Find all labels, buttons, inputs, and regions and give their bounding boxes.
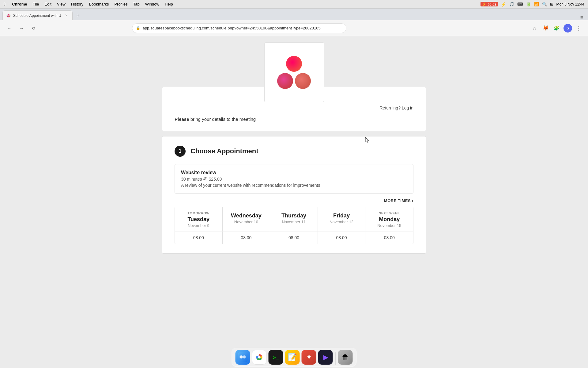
menu-bookmarks[interactable]: Bookmarks — [89, 2, 109, 6]
more-times-button[interactable]: MORE TIMES › — [384, 198, 413, 203]
menu-help[interactable]: Help — [165, 2, 173, 6]
cal-day-name-1: Wednesday — [228, 213, 265, 219]
menu-control-center-icon[interactable]: ⊞ — [550, 2, 553, 6]
cal-day-date-2: November 11 — [275, 220, 313, 224]
tab-close-button[interactable]: ✕ — [64, 13, 69, 18]
calendar-time-cell-0[interactable]: 08:00 — [175, 231, 223, 244]
apple-logo-icon[interactable]:  — [4, 2, 5, 7]
profile-button[interactable]: S — [564, 24, 572, 33]
menu-profiles[interactable]: Profiles — [114, 2, 127, 6]
calendar-day-header-4: NEXT WEEK Monday November 15 — [365, 207, 413, 231]
tab-favicon — [6, 13, 11, 18]
reload-button[interactable]: ↻ — [29, 24, 38, 33]
active-tab[interactable]: Schedule Appointment with U ✕ — [2, 10, 73, 20]
svg-rect-3 — [238, 352, 248, 362]
menu-date-time: Mon 8 Nov 12:44 — [556, 2, 584, 6]
cal-day-date-1: November 10 — [228, 220, 265, 224]
battery-indicator: ⚡ 00:02 — [481, 2, 498, 6]
svg-point-2 — [9, 15, 10, 17]
logo-bottom-right-circle — [295, 73, 311, 89]
logo-bottom-circles — [277, 73, 311, 89]
login-link[interactable]: Log in — [402, 105, 413, 110]
svg-point-0 — [8, 14, 9, 15]
battery-lightning: ⚡ — [482, 2, 486, 6]
menu-audio-icon: 🎵 — [509, 2, 514, 6]
battery-time: 00:02 — [488, 2, 496, 6]
menu-history[interactable]: History — [71, 2, 83, 6]
calendar-header: TOMORROW Tuesday November 9 Wednesday No… — [175, 207, 413, 231]
menu-window[interactable]: Window — [145, 2, 159, 6]
tab-bar: Schedule Appointment with U ✕ + ≡ — [0, 9, 588, 20]
menu-bolt-icon: ⚡ — [501, 2, 506, 7]
cal-day-label-0: TOMORROW — [180, 211, 217, 215]
appointment-meta: 30 minutes @ $25.00 — [181, 177, 407, 182]
cal-day-label-4: NEXT WEEK — [370, 211, 408, 215]
bookmark-star-icon[interactable]: ☆ — [530, 24, 539, 33]
extensions-puzzle-icon[interactable]: 🧩 — [552, 24, 561, 33]
menu-edit[interactable]: Edit — [45, 2, 51, 6]
calendar-time-cell-3[interactable]: 08:00 — [318, 231, 366, 244]
returning-text: Returning? Log in — [175, 105, 413, 110]
chrome-menu-icon[interactable]: ⋮ — [575, 24, 583, 33]
svg-point-8 — [258, 356, 261, 358]
calendar-time-cell-2[interactable]: 08:00 — [270, 231, 318, 244]
page-content: Returning? Log in Please bring your deta… — [0, 36, 588, 368]
cal-day-name-3: Friday — [323, 213, 360, 219]
menu-keyboard-icon: ⌨ — [517, 2, 523, 6]
new-tab-button[interactable]: + — [74, 12, 82, 20]
menu-file[interactable]: File — [33, 2, 39, 6]
step-card: 1 Choose Appointment Website review 30 m… — [162, 136, 426, 254]
menu-battery-full-icon: 🔋 — [526, 2, 531, 6]
url-bar[interactable]: 🔒 app.squarespacebookscheduling.com/sche… — [132, 23, 346, 33]
svg-point-4 — [240, 355, 243, 358]
menu-view[interactable]: View — [57, 2, 66, 6]
menu-search-icon[interactable]: 🔍 — [542, 2, 547, 6]
dock-terminal-icon[interactable]: >_ — [269, 350, 283, 365]
logo-container — [264, 42, 324, 102]
logo-bottom-left-circle — [277, 73, 293, 89]
svg-point-5 — [243, 355, 246, 358]
url-text: app.squarespacebookscheduling.com/schedu… — [143, 26, 342, 30]
dock-divider — [335, 352, 336, 365]
calendar-body: 08:0008:0008:0008:0008:00 — [175, 231, 413, 244]
appointment-option[interactable]: Website review 30 minutes @ $25.00 A rev… — [175, 164, 413, 194]
tab-title: Schedule Appointment with U — [13, 13, 61, 18]
calendar-day-header-1: Wednesday November 10 — [223, 207, 270, 231]
chevron-right-icon: › — [412, 198, 413, 203]
cal-day-name-0: Tuesday — [180, 216, 217, 223]
dock-warp-icon[interactable]: ▶ — [318, 350, 333, 365]
address-bar: ← → ↻ 🔒 app.squarespacebookscheduling.co… — [0, 20, 588, 36]
tab-bar-menu-icon[interactable]: ≡ — [580, 15, 583, 20]
please-text: Please bring your details to the meeting — [175, 117, 413, 122]
menu-bar-right: ⚡ 00:02 ⚡ 🎵 ⌨ 🔋 📶 🔍 ⊞ Mon 8 Nov 12:44 — [481, 2, 584, 7]
more-times-row: MORE TIMES › — [175, 198, 413, 203]
brand-logo — [277, 56, 311, 89]
menu-bar-left:  Chrome File Edit View History Bookmark… — [4, 2, 173, 7]
menu-chrome[interactable]: Chrome — [12, 2, 27, 6]
back-button[interactable]: ← — [5, 24, 13, 33]
step-header: 1 Choose Appointment — [175, 146, 413, 157]
appointment-name: Website review — [181, 170, 407, 175]
lock-icon: 🔒 — [136, 26, 140, 30]
cal-day-date-4: November 15 — [370, 223, 408, 228]
calendar-time-cell-1[interactable]: 08:00 — [223, 231, 270, 244]
step-title: Choose Appointment — [190, 147, 258, 155]
logo-top-circle — [286, 56, 302, 72]
dock-trash-icon[interactable]: 🗑 — [338, 350, 353, 365]
menu-wifi-icon: 📶 — [534, 2, 539, 6]
calendar-time-cell-4[interactable]: 08:00 — [365, 231, 413, 244]
cal-day-name-4: Monday — [370, 216, 408, 223]
dock-chrome-icon[interactable] — [252, 350, 267, 365]
dock-finder-icon[interactable] — [236, 350, 250, 365]
cal-day-date-3: November 12 — [323, 220, 360, 224]
forward-button[interactable]: → — [17, 24, 26, 33]
calendar-day-header-2: Thursday November 11 — [270, 207, 318, 231]
cal-day-name-2: Thursday — [275, 213, 313, 219]
calendar-grid: TOMORROW Tuesday November 9 Wednesday No… — [175, 207, 413, 244]
dock-notes-icon[interactable]: 📝 — [285, 350, 300, 365]
dock-cursor-app-icon[interactable]: ✦ — [302, 350, 316, 365]
menu-tab[interactable]: Tab — [133, 2, 140, 6]
more-times-label: MORE TIMES — [384, 198, 411, 203]
calendar-day-header-0: TOMORROW Tuesday November 9 — [175, 207, 223, 231]
extension-fox-icon[interactable]: 🦊 — [541, 24, 550, 33]
